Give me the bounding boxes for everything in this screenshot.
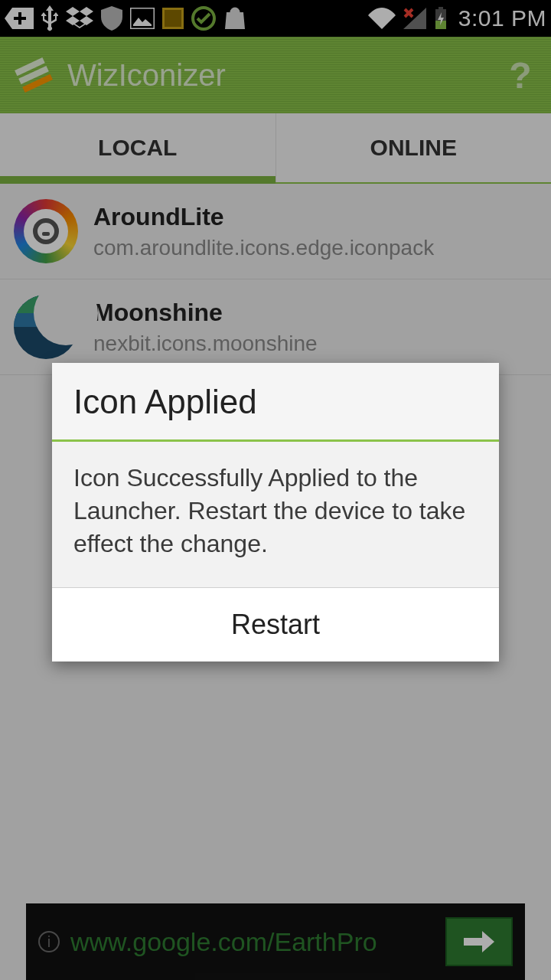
dialog-icon-applied: Icon Applied Icon Successfully Applied t… [52,363,499,662]
dialog-title: Icon Applied [52,363,499,439]
screen: 3:01 PM WizIconizer ? LOCAL ONLINE [0,0,551,980]
dialog-body: Icon Successfully Applied to the Launche… [52,442,499,587]
restart-button[interactable]: Restart [52,588,499,662]
button-label: Restart [231,609,320,641]
dialog-actions: Restart [52,587,499,662]
